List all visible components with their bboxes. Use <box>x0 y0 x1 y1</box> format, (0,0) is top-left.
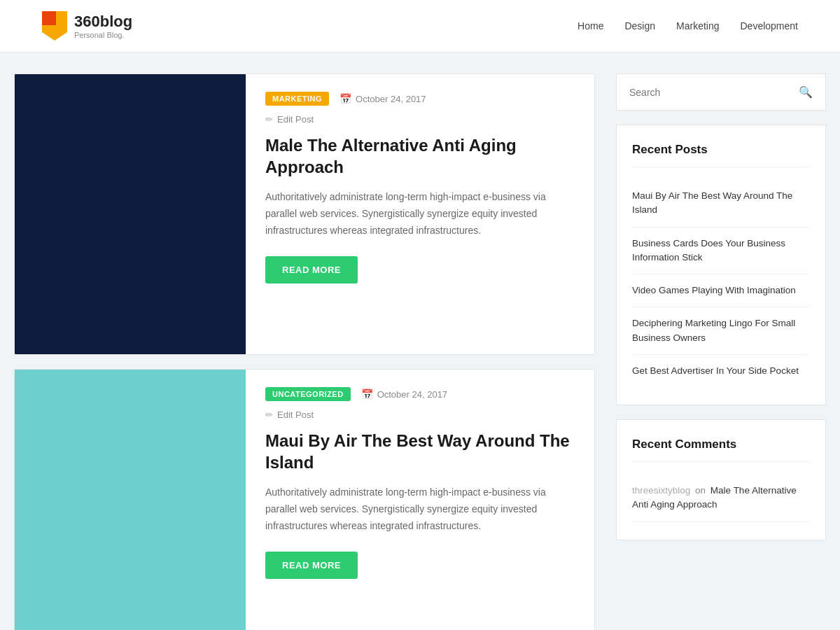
svg-marker-1 <box>42 11 56 25</box>
logo-text: 360blog Personal Blog. <box>74 13 132 39</box>
comment-item-0: threesixtyblog on Male The Alternative A… <box>632 475 810 522</box>
recent-post-link-0[interactable]: Maui By Air The Best Way Around The Isla… <box>632 190 792 215</box>
edit-post-row-1: ✏ Edit Post <box>265 114 575 125</box>
logo-icon <box>42 11 67 41</box>
recent-post-link-1[interactable]: Business Cards Does Your Business Inform… <box>632 238 785 262</box>
list-item: Maui By Air The Best Way Around The Isla… <box>632 180 810 227</box>
post-excerpt-2: Authoritatively administrate long-term h… <box>265 484 575 534</box>
post-body-2: UNCATEGORIZED 📅 October 24, 2017 ✏ Edit … <box>246 370 594 630</box>
recent-comments-title: Recent Comments <box>632 438 810 462</box>
recent-posts-widget: Recent Posts Maui By Air The Best Way Ar… <box>616 125 826 405</box>
read-more-button-1[interactable]: READ MORE <box>265 256 358 284</box>
list-item: Get Best Advertiser In Your Side Pocket <box>632 355 810 387</box>
post-body-1: MARKETING 📅 October 24, 2017 ✏ Edit Post… <box>246 74 594 354</box>
calendar-icon-2: 📅 <box>361 388 373 400</box>
logo-subtitle: Personal Blog. <box>74 31 132 39</box>
recent-posts-list: Maui By Air The Best Way Around The Isla… <box>632 180 810 387</box>
recent-post-link-3[interactable]: Deciphering Marketing Lingo For Small Bu… <box>632 318 795 342</box>
nav-marketing[interactable]: Marketing <box>676 20 719 31</box>
comment-on-0: on <box>695 485 706 496</box>
pencil-icon-2: ✏ <box>265 410 273 420</box>
search-input[interactable] <box>629 87 792 98</box>
search-button[interactable]: 🔍 <box>799 85 813 99</box>
logo-title: 360blog <box>74 13 132 31</box>
post-meta-1: MARKETING 📅 October 24, 2017 <box>265 92 575 106</box>
edit-post-label-1[interactable]: Edit Post <box>277 114 314 125</box>
search-icon: 🔍 <box>799 86 813 98</box>
comment-author-0: threesixtyblog <box>632 485 690 496</box>
recent-comments-widget: Recent Comments threesixtyblog on Male T… <box>616 419 826 540</box>
post-date-2: 📅 October 24, 2017 <box>361 388 447 400</box>
page-wrapper: MARKETING 📅 October 24, 2017 ✏ Edit Post… <box>0 52 840 630</box>
recent-posts-title: Recent Posts <box>632 143 810 167</box>
post-image-1 <box>15 74 246 354</box>
list-item: Video Games Playing With Imagination <box>632 274 810 307</box>
post-image-2 <box>15 370 246 630</box>
main-nav: Home Design Marketing Development <box>578 20 798 31</box>
read-more-button-2[interactable]: READ MORE <box>265 552 358 579</box>
recent-post-link-4[interactable]: Get Best Advertiser In Your Side Pocket <box>632 365 799 376</box>
search-widget: 🔍 <box>616 74 826 111</box>
edit-post-label-2[interactable]: Edit Post <box>277 410 314 420</box>
list-item: Deciphering Marketing Lingo For Small Bu… <box>632 307 810 355</box>
calendar-icon-1: 📅 <box>340 93 351 104</box>
post-card-1: MARKETING 📅 October 24, 2017 ✏ Edit Post… <box>14 74 595 355</box>
main-content: MARKETING 📅 October 24, 2017 ✏ Edit Post… <box>14 74 595 630</box>
post-excerpt-1: Authoritatively administrate long-term h… <box>265 189 575 239</box>
site-header: 360blog Personal Blog. Home Design Marke… <box>0 0 840 52</box>
nav-design[interactable]: Design <box>624 20 655 31</box>
category-badge-1[interactable]: MARKETING <box>265 92 329 106</box>
post-card-2: UNCATEGORIZED 📅 October 24, 2017 ✏ Edit … <box>14 369 595 630</box>
edit-post-row-2: ✏ Edit Post <box>265 410 575 420</box>
list-item: Business Cards Does Your Business Inform… <box>632 227 810 275</box>
post-meta-2: UNCATEGORIZED 📅 October 24, 2017 <box>265 387 575 401</box>
post-title-2[interactable]: Maui By Air The Best Way Around The Isla… <box>265 430 575 473</box>
pencil-icon-1: ✏ <box>265 114 273 125</box>
nav-development[interactable]: Development <box>741 20 799 31</box>
sidebar: 🔍 Recent Posts Maui By Air The Best Way … <box>616 74 826 630</box>
post-title-1[interactable]: Male The Alternative Anti Aging Approach <box>265 134 575 178</box>
category-badge-2[interactable]: UNCATEGORIZED <box>265 387 351 401</box>
logo[interactable]: 360blog Personal Blog. <box>42 11 132 41</box>
recent-post-link-2[interactable]: Video Games Playing With Imagination <box>632 285 796 295</box>
post-date-1: 📅 October 24, 2017 <box>340 93 426 104</box>
nav-home[interactable]: Home <box>578 20 603 31</box>
